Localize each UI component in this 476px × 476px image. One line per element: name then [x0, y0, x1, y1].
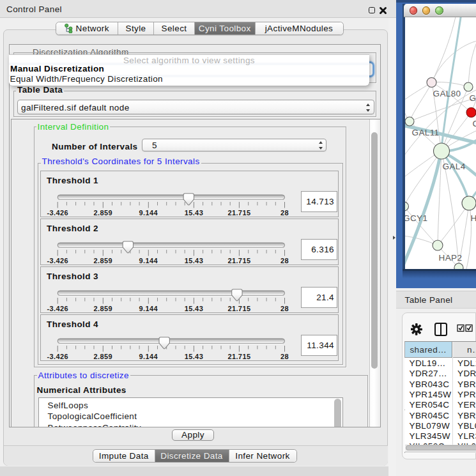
svg-text:28: 28	[280, 257, 289, 265]
svg-text:9.144: 9.144	[139, 353, 158, 360]
svg-text:28: 28	[280, 305, 289, 312]
svg-text:15.43: 15.43	[185, 305, 204, 312]
svg-text:21.715: 21.715	[227, 209, 250, 217]
svg-text:-3.426: -3.426	[47, 257, 68, 265]
svg-text:21.715: 21.715	[227, 305, 250, 312]
svg-text:28: 28	[280, 209, 289, 217]
svg-text:2.859: 2.859	[94, 209, 113, 217]
svg-text:9.144: 9.144	[139, 209, 158, 217]
svg-text:21.715: 21.715	[227, 257, 250, 265]
svg-text:28: 28	[280, 353, 289, 360]
svg-text:GAL11: GAL11	[411, 128, 439, 137]
svg-text:-3.426: -3.426	[47, 353, 68, 360]
svg-text:-3.426: -3.426	[47, 209, 68, 217]
svg-text:2.859: 2.859	[94, 353, 113, 360]
svg-text:9.144: 9.144	[139, 305, 158, 312]
svg-text:2.859: 2.859	[94, 305, 113, 312]
svg-text:-3.426: -3.426	[47, 305, 68, 312]
svg-text:15.43: 15.43	[185, 353, 204, 360]
svg-text:C: C	[472, 119, 476, 128]
svg-text:GCY1: GCY1	[405, 213, 427, 223]
svg-text:15.43: 15.43	[185, 257, 204, 265]
svg-text:GA: GA	[469, 93, 476, 103]
svg-text:9.144: 9.144	[139, 257, 158, 265]
svg-text:GAL4: GAL4	[442, 162, 465, 171]
svg-text:GAL80: GAL80	[433, 89, 461, 98]
svg-text:2.859: 2.859	[94, 257, 113, 265]
svg-text:21.715: 21.715	[227, 353, 250, 360]
svg-text:HAP2: HAP2	[438, 253, 462, 263]
svg-text:H: H	[470, 213, 476, 223]
svg-text:15.43: 15.43	[185, 209, 204, 217]
